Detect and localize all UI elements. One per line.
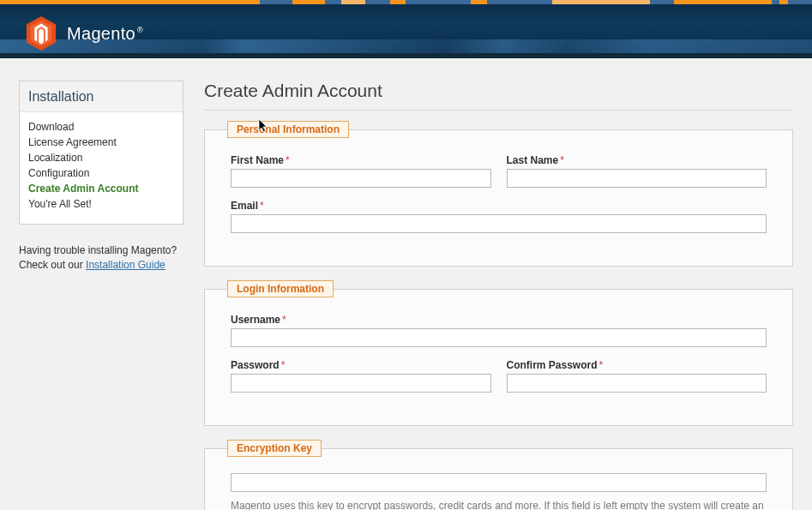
- help-line-1: Having trouble installing Magento?: [19, 243, 183, 258]
- main-content: Create Admin Account Personal Informatio…: [204, 81, 793, 510]
- sidebar-item-download[interactable]: Download: [28, 119, 174, 135]
- email-input[interactable]: [231, 214, 767, 233]
- fieldset-login-information: Login Information Username* Password*: [204, 289, 793, 426]
- page-body: Installation Download License Agreement …: [0, 58, 812, 510]
- header-stripe: [0, 0, 812, 4]
- sidebar-box: Installation Download License Agreement …: [19, 81, 183, 225]
- field-encryption-key: Magento uses this key to encrypt passwor…: [231, 473, 767, 510]
- fieldset-encryption-key: Encryption Key Magento uses this key to …: [204, 448, 793, 510]
- sidebar-title: Installation: [20, 81, 183, 112]
- label-last-name: Last Name*: [507, 154, 767, 166]
- field-confirm-password: Confirm Password*: [507, 359, 767, 393]
- password-input[interactable]: [231, 374, 491, 393]
- label-first-name: First Name*: [231, 154, 491, 166]
- legend-login-information: Login Information: [227, 280, 334, 297]
- sidebar-item-all-set[interactable]: You're All Set!: [28, 196, 174, 212]
- label-email: Email*: [231, 200, 767, 212]
- field-username: Username*: [231, 314, 767, 347]
- encryption-hint: Magento uses this key to encrypt passwor…: [231, 499, 767, 510]
- last-name-input[interactable]: [507, 169, 767, 188]
- sidebar-item-create-admin[interactable]: Create Admin Account: [28, 181, 174, 196]
- field-email: Email*: [231, 200, 767, 233]
- brand: Magento®: [24, 15, 143, 51]
- sidebar: Installation Download License Agreement …: [19, 81, 183, 510]
- page-title: Create Admin Account: [204, 81, 793, 111]
- sidebar-list: Download License Agreement Localization …: [20, 112, 183, 224]
- label-confirm-password: Confirm Password*: [507, 359, 767, 371]
- brand-name: Magento®: [67, 24, 143, 44]
- field-password: Password*: [231, 359, 491, 393]
- legend-encryption-key: Encryption Key: [227, 440, 322, 457]
- field-first-name: First Name*: [231, 154, 491, 188]
- first-name-input[interactable]: [231, 169, 491, 188]
- sidebar-item-configuration[interactable]: Configuration: [28, 165, 174, 181]
- legend-personal-information: Personal Information: [227, 121, 349, 138]
- help-line-2: Check out our Installation Guide: [19, 258, 183, 273]
- app-header: Magento®: [0, 0, 812, 58]
- sidebar-help: Having trouble installing Magento? Check…: [19, 243, 183, 273]
- fieldset-personal-information: Personal Information First Name* Last Na…: [204, 129, 793, 267]
- installation-guide-link[interactable]: Installation Guide: [86, 259, 165, 271]
- encryption-key-input[interactable]: [231, 473, 767, 492]
- field-last-name: Last Name*: [507, 154, 767, 188]
- label-username: Username*: [231, 314, 767, 326]
- username-input[interactable]: [231, 328, 767, 347]
- magento-logo-icon: [24, 15, 58, 51]
- label-password: Password*: [231, 359, 491, 371]
- confirm-password-input[interactable]: [507, 374, 767, 393]
- sidebar-item-localization[interactable]: Localization: [28, 150, 174, 165]
- sidebar-item-license[interactable]: License Agreement: [28, 135, 174, 150]
